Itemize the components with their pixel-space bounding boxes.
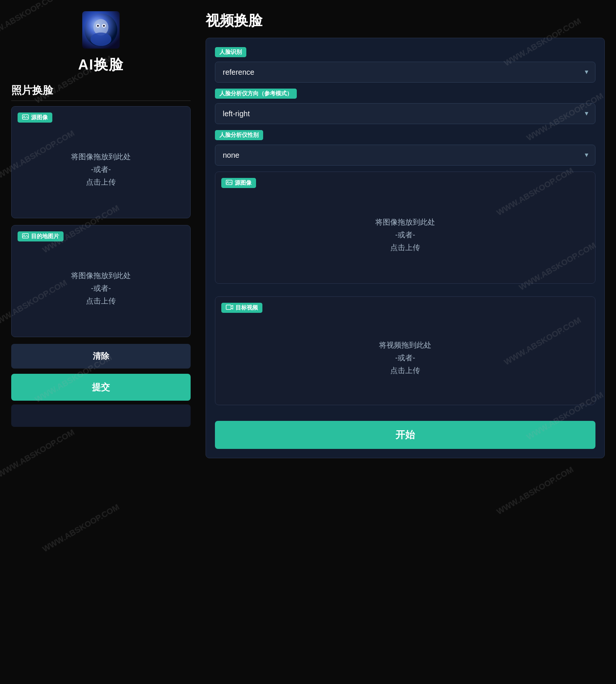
video-source-image-card[interactable]: 源图像 将图像拖放到此处 -或者- 点击上传 [215, 172, 595, 284]
svg-point-8 [24, 116, 25, 117]
target-image-label: 目的地图片 [18, 231, 64, 241]
face-gender-select[interactable]: none male female [215, 145, 595, 166]
target-image-icon [22, 233, 29, 240]
video-source-upload-area[interactable]: 将图像拖放到此处 -或者- 点击上传 [221, 192, 589, 277]
face-detection-label: 人脸识别 [215, 47, 246, 57]
svg-point-10 [24, 235, 25, 236]
bottom-stub [11, 404, 191, 427]
image-icon [22, 114, 29, 121]
video-source-image-icon [226, 180, 232, 186]
source-image-upload-area[interactable]: 将图像拖放到此处 -或者- 点击上传 [18, 126, 184, 212]
target-upload-text: 将图像拖放到此处 -或者- 点击上传 [71, 269, 131, 307]
target-video-upload-area[interactable]: 将视频拖到此处 -或者- 点击上传 [221, 317, 589, 399]
svg-point-5 [97, 25, 99, 27]
face-direction-group: 人脸分析仪方向（参考模式） left-right top-bottom best… [215, 89, 595, 124]
clear-button[interactable]: 清除 [11, 344, 191, 369]
video-source-upload-text: 将图像拖放到此处 -或者- 点击上传 [375, 216, 435, 254]
svg-rect-9 [22, 234, 28, 238]
photo-section-title: 照片换脸 [11, 83, 191, 101]
app-avatar [82, 11, 120, 49]
svg-rect-7 [22, 115, 28, 119]
app-title: AI换脸 [78, 55, 124, 74]
source-upload-text: 将图像拖放到此处 -或者- 点击上传 [71, 150, 131, 188]
svg-rect-11 [226, 180, 232, 185]
svg-point-12 [227, 181, 228, 182]
face-detection-select-wrapper: reference many one ▼ [215, 62, 595, 83]
page-title: 视频换脸 [206, 11, 605, 30]
video-face-swap-panel: 人脸识别 reference many one ▼ 人脸分析仪方向（参考模式） … [206, 38, 605, 458]
svg-rect-13 [226, 305, 231, 309]
target-video-icon [226, 305, 233, 311]
submit-button[interactable]: 提交 [11, 374, 191, 401]
face-gender-label: 人脸分析仪性别 [215, 130, 263, 140]
right-panel: 视频换脸 人脸识别 reference many one ▼ 人脸分析仪方向（参… [206, 7, 605, 677]
target-video-card[interactable]: 目标视频 将视频拖到此处 -或者- 点击上传 [215, 296, 595, 405]
video-source-label: 源图像 [221, 178, 256, 188]
face-direction-select[interactable]: left-right top-bottom best [215, 103, 595, 124]
face-detection-select[interactable]: reference many one [215, 62, 595, 83]
target-video-label: 目标视频 [221, 303, 262, 313]
start-button[interactable]: 开始 [215, 421, 595, 449]
face-gender-select-wrapper: none male female ▼ [215, 145, 595, 166]
left-panel: AI换脸 照片换脸 源图像 将图像拖放到此处 -或者- 点击上传 [11, 7, 191, 677]
target-image-card[interactable]: 目的地图片 将图像拖放到此处 -或者- 点击上传 [11, 225, 191, 337]
svg-point-2 [90, 33, 111, 46]
target-video-upload-text: 将视频拖到此处 -或者- 点击上传 [379, 339, 431, 377]
face-gender-group: 人脸分析仪性别 none male female ▼ [215, 130, 595, 166]
face-direction-label: 人脸分析仪方向（参考模式） [215, 89, 297, 99]
face-detection-group: 人脸识别 reference many one ▼ [215, 47, 595, 83]
target-image-upload-area[interactable]: 将图像拖放到此处 -或者- 点击上传 [18, 245, 184, 331]
svg-point-6 [103, 25, 105, 27]
source-image-label: 源图像 [18, 113, 52, 123]
source-image-card[interactable]: 源图像 将图像拖放到此处 -或者- 点击上传 [11, 106, 191, 218]
face-direction-select-wrapper: left-right top-bottom best ▼ [215, 103, 595, 124]
